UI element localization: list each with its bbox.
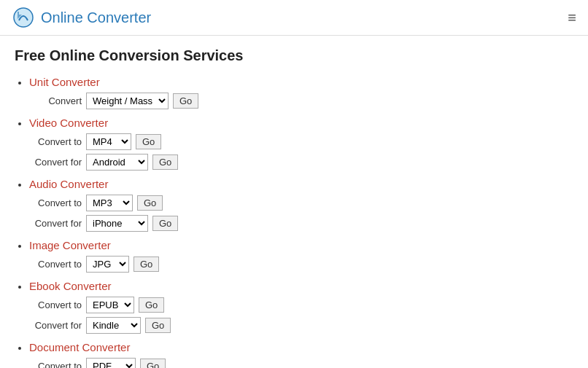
go-button-audio-0[interactable]: Go xyxy=(137,195,163,211)
site-title: Online Converter xyxy=(41,9,151,26)
page-title: Free Online Conversion Services xyxy=(15,47,573,64)
row-select-video-0[interactable]: MP4AVIMOVWMVMKVFLV xyxy=(86,133,131,150)
logo-icon xyxy=(12,6,35,29)
hamburger-icon[interactable]: ≡ xyxy=(568,9,576,26)
converter-item-document: Document ConverterConvert toPDFDOCDOCXOD… xyxy=(29,341,573,368)
converter-title-video[interactable]: Video Converter xyxy=(29,117,108,129)
converter-row-unit-0: ConvertWeight / MassLengthVolumeTemperat… xyxy=(29,93,573,109)
row-label-audio-1: Convert for xyxy=(29,218,82,229)
converter-rows-image: Convert toJPGPNGGIFBMPTIFFSVGGo xyxy=(29,256,573,273)
row-label-image-0: Convert to xyxy=(29,259,82,270)
converter-row-video-1: Convert forAndroidiPhoneiPadSamsungKindl… xyxy=(29,154,573,171)
converter-title-audio[interactable]: Audio Converter xyxy=(29,178,108,190)
row-select-ebook-1[interactable]: KindleNookKoboiPadAndroid xyxy=(86,317,141,334)
go-button-ebook-0[interactable]: Go xyxy=(139,297,164,313)
go-button-document-0[interactable]: Go xyxy=(140,359,166,368)
converter-rows-unit: ConvertWeight / MassLengthVolumeTemperat… xyxy=(29,93,573,109)
converter-row-audio-1: Convert foriPhoneAndroidiPadSamsungGo xyxy=(29,215,573,232)
converter-rows-document: Convert toPDFDOCDOCXODTTXTRTFGo xyxy=(29,358,573,368)
row-select-image-0[interactable]: JPGPNGGIFBMPTIFFSVG xyxy=(86,256,129,273)
row-select-audio-0[interactable]: MP3WAVAACOGGFLACWMA xyxy=(86,195,133,211)
row-label-video-0: Convert to xyxy=(29,136,82,147)
converter-row-document-0: Convert toPDFDOCDOCXODTTXTRTFGo xyxy=(29,358,573,368)
converter-list: Unit ConverterConvertWeight / MassLength… xyxy=(15,76,573,368)
converter-rows-audio: Convert toMP3WAVAACOGGFLACWMAGoConvert f… xyxy=(29,195,573,232)
go-button-unit-0[interactable]: Go xyxy=(173,93,198,109)
row-select-document-0[interactable]: PDFDOCDOCXODTTXTRTF xyxy=(86,358,136,368)
go-button-video-1[interactable]: Go xyxy=(152,154,178,170)
converter-title-document[interactable]: Document Converter xyxy=(29,341,130,353)
converter-rows-ebook: Convert toEPUBMOBIPDFAZWLITGoConvert for… xyxy=(29,297,573,334)
header-left: Online Converter xyxy=(12,6,151,29)
row-select-ebook-0[interactable]: EPUBMOBIPDFAZWLIT xyxy=(86,297,134,313)
converter-row-image-0: Convert toJPGPNGGIFBMPTIFFSVGGo xyxy=(29,256,573,273)
converter-item-video: Video ConverterConvert toMP4AVIMOVWMVMKV… xyxy=(29,117,573,171)
row-label-ebook-1: Convert for xyxy=(29,320,82,331)
converter-title-image[interactable]: Image Converter xyxy=(29,239,111,251)
svg-point-0 xyxy=(14,8,33,27)
converter-title-unit[interactable]: Unit Converter xyxy=(29,76,100,88)
converter-row-ebook-1: Convert forKindleNookKoboiPadAndroidGo xyxy=(29,317,573,334)
converter-title-ebook[interactable]: Ebook Converter xyxy=(29,280,112,292)
row-label-document-0: Convert to xyxy=(29,361,82,368)
go-button-audio-1[interactable]: Go xyxy=(152,216,178,231)
converter-rows-video: Convert toMP4AVIMOVWMVMKVFLVGoConvert fo… xyxy=(29,133,573,171)
converter-row-audio-0: Convert toMP3WAVAACOGGFLACWMAGo xyxy=(29,195,573,211)
row-label-ebook-0: Convert to xyxy=(29,300,82,310)
converter-row-video-0: Convert toMP4AVIMOVWMVMKVFLVGo xyxy=(29,133,573,150)
row-select-audio-1[interactable]: iPhoneAndroidiPadSamsung xyxy=(86,215,148,232)
converter-item-ebook: Ebook ConverterConvert toEPUBMOBIPDFAZWL… xyxy=(29,280,573,334)
converter-item-audio: Audio ConverterConvert toMP3WAVAACOGGFLA… xyxy=(29,178,573,232)
row-label-unit-0: Convert xyxy=(29,95,82,106)
row-select-video-1[interactable]: AndroidiPhoneiPadSamsungKindle xyxy=(86,154,148,171)
row-label-audio-0: Convert to xyxy=(29,197,82,208)
go-button-ebook-1[interactable]: Go xyxy=(145,318,171,333)
row-label-video-1: Convert for xyxy=(29,157,82,168)
converter-item-image: Image ConverterConvert toJPGPNGGIFBMPTIF… xyxy=(29,239,573,273)
converter-item-unit: Unit ConverterConvertWeight / MassLength… xyxy=(29,76,573,109)
converter-row-ebook-0: Convert toEPUBMOBIPDFAZWLITGo xyxy=(29,297,573,313)
go-button-image-0[interactable]: Go xyxy=(134,257,159,272)
go-button-video-0[interactable]: Go xyxy=(136,134,161,149)
row-select-unit-0[interactable]: Weight / MassLengthVolumeTemperatureSpee… xyxy=(86,93,169,109)
